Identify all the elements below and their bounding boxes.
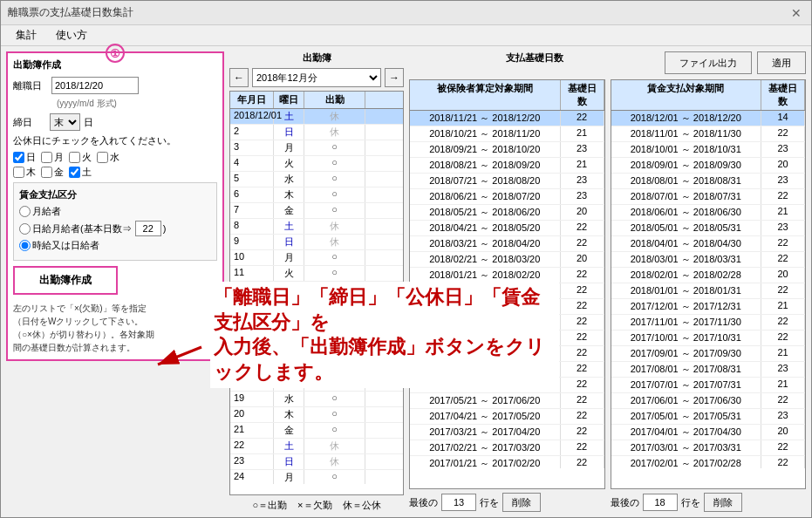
hihokensha-row[interactable]: 2017/06/21 ～ 2017/07/20 22: [410, 378, 604, 393]
attendance-row[interactable]: 14 金 ○: [230, 313, 403, 329]
chingin-row[interactable]: 2017/07/01 ～ 2017/07/31 21: [611, 378, 806, 393]
checkbox-moku-input[interactable]: [13, 167, 24, 178]
menu-item-tsukakata[interactable]: 使い方: [48, 25, 95, 45]
hihokensha-delete-button[interactable]: 削除: [502, 493, 541, 512]
checkbox-ka-input[interactable]: [69, 152, 80, 163]
chingin-row[interactable]: 2017/09/01 ～ 2017/09/30 21: [611, 346, 806, 362]
checkbox-sui-input[interactable]: [97, 152, 108, 163]
hihokensha-row[interactable]: 2018/05/21 ～ 2018/06/20 20: [410, 205, 604, 221]
hihokensha-row[interactable]: 2018/01/21 ～ 2018/02/20 22: [410, 268, 604, 283]
attendance-row[interactable]: 15 土 休: [230, 329, 403, 344]
attendance-row[interactable]: 3 月 ○: [230, 140, 403, 156]
hihokensha-row[interactable]: 2018/10/21 ～ 2018/11/20 21: [410, 126, 604, 142]
radio-hourly-input[interactable]: [19, 240, 31, 251]
shimeru-select[interactable]: 末 1 2 3: [50, 113, 80, 131]
hihokensha-row[interactable]: 2017/01/21 ～ 2017/02/20 22: [410, 456, 604, 468]
riji-input[interactable]: [51, 77, 139, 94]
apply-button[interactable]: 適用: [757, 51, 806, 74]
close-button[interactable]: ✕: [788, 5, 804, 21]
attendance-row[interactable]: 2018/12/01 土 休: [230, 109, 403, 125]
attendance-row[interactable]: 13 木 ○: [230, 297, 403, 313]
hihokensha-row[interactable]: 2018/06/21 ～ 2018/07/20 23: [410, 189, 604, 205]
attendance-row[interactable]: 21 金 ○: [230, 423, 403, 439]
hihokensha-days-cell: 22: [561, 378, 604, 392]
attendance-row[interactable]: 16 日 休: [230, 344, 403, 360]
attendance-row[interactable]: 20 木 ○: [230, 407, 403, 423]
next-month-button[interactable]: →: [385, 68, 404, 87]
attendance-row[interactable]: 6 木 ○: [230, 187, 403, 203]
chingin-row[interactable]: 2018/12/01 ～ 2018/12/20 14: [611, 111, 806, 126]
chingin-row[interactable]: 2018/01/01 ～ 2018/01/31 22: [611, 283, 806, 299]
hihokensha-bottom-input[interactable]: [441, 494, 476, 511]
chingin-row[interactable]: 2017/06/01 ～ 2017/06/30 22: [611, 393, 806, 409]
radio-monthly-input[interactable]: [19, 206, 31, 217]
chingin-row[interactable]: 2018/06/01 ～ 2018/06/30 21: [611, 205, 806, 221]
hihokensha-row[interactable]: 2018/11/21 ～ 2018/12/20 22: [410, 111, 604, 126]
hihokensha-row[interactable]: 2018/07/21 ～ 2018/08/20 23: [410, 174, 604, 189]
chingin-row[interactable]: 2017/02/01 ～ 2017/02/28 22: [611, 456, 806, 468]
daily-base-input[interactable]: [135, 221, 161, 236]
attendance-row[interactable]: 5 水 ○: [230, 172, 403, 187]
attendance-row[interactable]: 18 火 ○: [230, 376, 403, 392]
attendance-row[interactable]: 8 土 休: [230, 219, 403, 235]
attendance-row[interactable]: 17 月 ○: [230, 360, 403, 376]
hihokensha-row[interactable]: 2017/12/21 ～ 2018/01/20 22: [410, 283, 604, 299]
chingin-row[interactable]: 2017/04/01 ～ 2017/04/30 20: [611, 425, 806, 440]
attendance-row[interactable]: 24 月 ○: [230, 470, 403, 484]
menu-item-shuukei[interactable]: 集計: [8, 25, 44, 45]
attendance-row[interactable]: 9 日 休: [230, 235, 403, 250]
header-day: 曜日: [274, 92, 304, 108]
chingin-row[interactable]: 2018/11/01 ～ 2018/11/30 22: [611, 126, 806, 142]
hihokensha-row[interactable]: 2018/03/21 ～ 2018/04/20 22: [410, 236, 604, 252]
checkbox-nichi-input[interactable]: [13, 152, 24, 163]
prev-month-button[interactable]: ←: [229, 68, 249, 87]
chingin-row[interactable]: 2018/04/01 ～ 2018/04/30 22: [611, 236, 806, 252]
chingin-row[interactable]: 2018/10/01 ～ 2018/10/31 23: [611, 142, 806, 158]
radio-daily-monthly-input[interactable]: [19, 223, 31, 235]
attendance-row[interactable]: 12 水 ○: [230, 282, 403, 297]
file-output-button[interactable]: ファイル出力: [665, 51, 752, 74]
hihokensha-row[interactable]: 2017/08/21 ～ 2017/09/20 22: [410, 346, 604, 362]
checkbox-kin-input[interactable]: [41, 167, 52, 178]
hihokensha-row[interactable]: 2017/02/21 ～ 2017/03/20 22: [410, 440, 604, 456]
create-attendance-button[interactable]: 出勤簿作成: [13, 266, 118, 295]
chingin-row[interactable]: 2018/07/01 ～ 2018/07/31 22: [611, 189, 806, 205]
chingin-row[interactable]: 2017/05/01 ～ 2017/05/31 23: [611, 409, 806, 425]
hihokensha-row[interactable]: 2018/09/21 ～ 2018/10/20 23: [410, 142, 604, 158]
chingin-row[interactable]: 2017/11/01 ～ 2017/11/30 22: [611, 315, 806, 331]
checkbox-do-input[interactable]: [69, 167, 80, 178]
attendance-row[interactable]: 23 日 休: [230, 454, 403, 470]
hihokensha-row[interactable]: 2018/02/21 ～ 2018/03/20 20: [410, 252, 604, 268]
chingin-bottom-input[interactable]: [643, 494, 678, 511]
att-cell-day: 水: [274, 172, 304, 187]
att-cell-date: 15: [230, 329, 274, 344]
chingin-row[interactable]: 2018/09/01 ～ 2018/09/30 20: [611, 158, 806, 174]
chingin-row[interactable]: 2017/03/01 ～ 2017/03/31 22: [611, 440, 806, 456]
attendance-row[interactable]: 7 金 ○: [230, 203, 403, 219]
chingin-delete-button[interactable]: 削除: [704, 493, 742, 512]
month-select[interactable]: 2018年12月分: [252, 68, 381, 87]
attendance-row[interactable]: 22 土 休: [230, 439, 403, 454]
chingin-row[interactable]: 2018/05/01 ～ 2018/05/31 23: [611, 221, 806, 236]
hihokensha-row[interactable]: 2017/07/21 ～ 2017/08/20 22: [410, 362, 604, 378]
chingin-row[interactable]: 2017/10/01 ～ 2017/10/31 22: [611, 331, 806, 346]
hihokensha-row[interactable]: 2018/08/21 ～ 2018/09/20 21: [410, 158, 604, 174]
attendance-row[interactable]: 2 日 休: [230, 125, 403, 140]
attendance-row[interactable]: 11 火 ○: [230, 266, 403, 282]
chingin-row[interactable]: 2017/12/01 ～ 2017/12/31 21: [611, 299, 806, 315]
chingin-row[interactable]: 2018/02/01 ～ 2018/02/28 20: [611, 268, 806, 283]
attendance-row[interactable]: 10 月 ○: [230, 250, 403, 266]
hihokensha-row[interactable]: 2017/04/21 ～ 2017/05/20 22: [410, 409, 604, 425]
hihokensha-row[interactable]: 2018/04/21 ～ 2018/05/20 22: [410, 221, 604, 236]
hihokensha-row[interactable]: 2017/03/21 ～ 2017/04/20 22: [410, 425, 604, 440]
hihokensha-row[interactable]: 2017/09/21 ～ 2017/10/20 22: [410, 331, 604, 346]
attendance-row[interactable]: 19 水 ○: [230, 392, 403, 407]
hihokensha-row[interactable]: 2017/10/21 ～ 2017/11/20 22: [410, 315, 604, 331]
chingin-row[interactable]: 2017/08/01 ～ 2017/08/31 23: [611, 362, 806, 378]
chingin-row[interactable]: 2018/08/01 ～ 2018/08/31 23: [611, 174, 806, 189]
checkbox-getsu-input[interactable]: [41, 152, 52, 163]
hihokensha-row[interactable]: 2017/05/21 ～ 2017/06/20 22: [410, 393, 604, 409]
attendance-row[interactable]: 4 火 ○: [230, 156, 403, 172]
hihokensha-row[interactable]: 2017/11/21 ～ 2017/12/20 22: [410, 299, 604, 315]
chingin-row[interactable]: 2018/03/01 ～ 2018/03/31 22: [611, 252, 806, 268]
